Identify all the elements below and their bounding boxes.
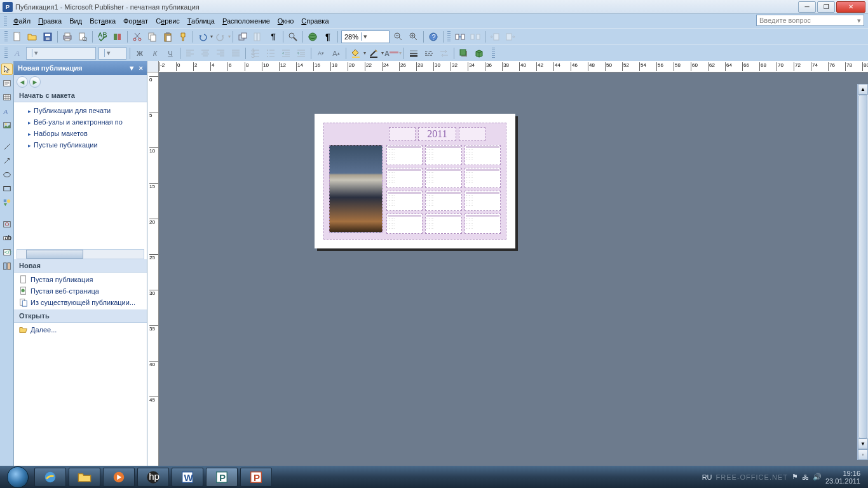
3d-button[interactable] [472, 46, 486, 60]
break-link-button[interactable] [468, 30, 482, 44]
calendar-month[interactable]: · · · · · · ·· · · · · · ·· · · · · · ··… [425, 145, 461, 165]
pointer-tool[interactable] [1, 64, 13, 75]
calendar-year[interactable]: 2011 [418, 127, 456, 141]
menu-arrange[interactable]: Расположение [219, 16, 274, 26]
taskbar-app-ie[interactable] [34, 468, 66, 487]
wordart-tool[interactable]: A [1, 105, 13, 117]
align-center-button[interactable] [198, 46, 212, 60]
taskpane-hscroll[interactable] [17, 249, 144, 259]
redo-button[interactable] [214, 30, 227, 44]
new-button[interactable] [10, 30, 24, 44]
calendar-ornament-left[interactable] [389, 127, 416, 141]
toolbar-grip[interactable] [4, 48, 8, 59]
spellcheck-button[interactable]: ABC [95, 30, 109, 44]
calendar-ornament-right[interactable] [459, 127, 485, 141]
zoom-combo[interactable]: 28% ▾ [341, 30, 390, 43]
calendar-month[interactable]: · · · · · · ·· · · · · · ·· · · · · · ··… [386, 191, 423, 211]
increase-font-button[interactable]: A▴ [329, 46, 343, 60]
minimize-button[interactable]: ─ [798, 1, 816, 13]
tray-lang[interactable]: RU [702, 473, 712, 481]
taskbar-app-word[interactable]: W [172, 468, 203, 487]
cut-button[interactable] [130, 30, 144, 44]
form-control-tool[interactable]: ab [1, 233, 13, 244]
font-color-button[interactable]: A [384, 46, 398, 60]
toolbar-grip[interactable] [492, 48, 495, 59]
special-chars-button[interactable]: ¶ [266, 30, 280, 44]
table-tool[interactable] [1, 92, 13, 103]
oval-tool[interactable] [1, 169, 13, 180]
taskbar-app-publisher[interactable]: P [206, 468, 238, 487]
menu-insert[interactable]: Вставка [86, 16, 119, 26]
ruler-vertical[interactable]: 051015202530354045 [147, 72, 159, 471]
menu-format[interactable]: Формат [119, 16, 152, 26]
taskbar-app-powerpoint[interactable]: P [240, 468, 272, 487]
layout-item-web[interactable]: Веб-узлы и электронная по [25, 116, 147, 128]
calendar-month[interactable]: · · · · · · ·· · · · · · ·· · · · · · ··… [386, 214, 423, 234]
taskpane-close[interactable]: × [139, 64, 143, 72]
tray-network-icon[interactable]: 🖧 [802, 473, 809, 481]
font-combo[interactable]: ▾ [26, 47, 96, 60]
toolbar-grip[interactable] [4, 31, 8, 43]
calendar-month[interactable]: · · · · · · ·· · · · · · ·· · · · · · ··… [465, 168, 501, 188]
calendar-group[interactable]: 2011 · · · · · · ·· · · · · · ·· · · · ·… [323, 123, 506, 240]
hotspot-tool[interactable] [1, 219, 13, 230]
menu-view[interactable]: Вид [65, 16, 86, 26]
link-from-existing[interactable]: Из существующей публикации... [14, 297, 147, 308]
styles-button[interactable]: A [10, 46, 24, 60]
fill-color-button[interactable] [349, 46, 363, 60]
taskpane-back-button[interactable]: ◄ [17, 76, 28, 88]
canvas-view[interactable]: 2011 · · · · · · ·· · · · · · ·· · · · ·… [159, 72, 868, 471]
menu-tools[interactable]: Сервис [152, 16, 184, 26]
taskpane-dropdown[interactable]: ▼ [128, 64, 135, 72]
columns-button[interactable] [251, 30, 265, 44]
save-button[interactable] [41, 30, 55, 44]
undo-button[interactable] [196, 30, 210, 44]
zoom-out-button[interactable] [391, 30, 405, 44]
start-button[interactable] [4, 466, 32, 488]
menu-help[interactable]: Справка [297, 16, 332, 26]
calendar-month[interactable]: · · · · · · ·· · · · · · ·· · · · · · ··… [465, 191, 501, 211]
decrease-font-button[interactable]: A▾ [314, 46, 328, 60]
textbox-tool[interactable] [1, 78, 13, 89]
layout-item-sets[interactable]: Наборы макетов [25, 128, 147, 139]
calendar-month[interactable]: · · · · · · ·· · · · · · ·· · · · · · ··… [465, 214, 501, 234]
ruler-horizontal[interactable]: -202468101214161820222426283032343638404… [159, 61, 868, 72]
bring-front-button[interactable] [236, 30, 250, 44]
print-button[interactable] [60, 30, 74, 44]
next-frame-button[interactable] [503, 30, 517, 44]
layout-item-blank[interactable]: Пустые публикации [25, 139, 147, 151]
tray-flag-icon[interactable]: ⚑ [792, 473, 798, 481]
link-blank-webpage[interactable]: Пустая веб-страница [14, 285, 147, 297]
calendar-month[interactable]: · · · · · · ·· · · · · · ·· · · · · · ··… [465, 145, 501, 165]
html-fragment-tool[interactable]: </> [1, 247, 13, 258]
zoom-in-button[interactable] [407, 30, 421, 44]
decrease-indent-button[interactable] [279, 46, 293, 60]
publication-page[interactable]: 2011 · · · · · · ·· · · · · · ·· · · · ·… [315, 114, 515, 248]
align-right-button[interactable] [214, 46, 227, 60]
calendar-month[interactable]: · · · · · · ·· · · · · · ·· · · · · · ··… [386, 168, 423, 188]
menu-table[interactable]: Таблица [184, 16, 219, 26]
rectangle-tool[interactable] [1, 183, 13, 194]
italic-button[interactable]: К [148, 46, 162, 60]
underline-button[interactable]: Ч [163, 46, 177, 60]
tray-clock[interactable]: 19:16 23.01.2011 [825, 470, 860, 485]
menu-edit[interactable]: Правка [34, 16, 65, 26]
tray-volume-icon[interactable]: 🔊 [813, 473, 822, 481]
scroll-page-button[interactable]: ◦ [858, 449, 868, 460]
arrow-style-button[interactable] [437, 46, 451, 60]
taskbar-app-wmp[interactable] [103, 468, 135, 487]
line-color-button[interactable] [367, 46, 381, 60]
toolbar-grip[interactable] [4, 16, 7, 26]
calendar-month[interactable]: · · · · · · ·· · · · · · ·· · · · · · ··… [425, 191, 461, 211]
help-search-input[interactable]: Введите вопрос ▾ [756, 15, 864, 26]
taskbar-app-explorer[interactable] [69, 468, 100, 487]
taskbar-app-hp[interactable]: hp [137, 468, 169, 487]
calendar-photo[interactable] [329, 145, 383, 233]
help-button[interactable]: ? [426, 30, 440, 44]
bullet-list-button[interactable] [264, 46, 278, 60]
autoshapes-tool[interactable] [1, 197, 13, 208]
design-gallery-tool[interactable] [1, 261, 13, 272]
taskpane-forward-button[interactable]: ► [29, 76, 41, 88]
increase-indent-button[interactable] [294, 46, 308, 60]
scroll-thumb[interactable] [858, 95, 867, 438]
